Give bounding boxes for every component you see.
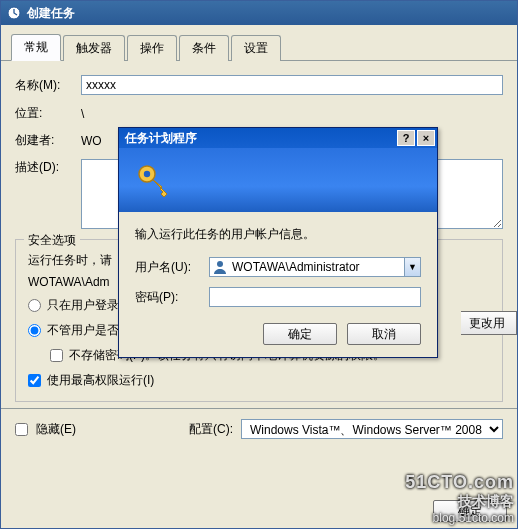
keys-icon xyxy=(133,160,173,200)
username-label: 用户名(U): xyxy=(135,259,209,276)
help-button[interactable]: ? xyxy=(397,130,415,146)
dialog-title-bar[interactable]: 任务计划程序 ? × xyxy=(119,128,437,148)
name-input[interactable] xyxy=(81,75,503,95)
desc-label: 描述(D): xyxy=(15,159,81,176)
radio-only-logged-on-label: 只在用户登录 xyxy=(47,297,119,314)
password-label: 密码(P): xyxy=(135,289,209,306)
username-value: WOTAWA\Administrator xyxy=(230,260,404,274)
account-text: WOTAWA\Adm xyxy=(28,275,110,289)
window-title: 创建任务 xyxy=(27,5,75,22)
name-label: 名称(M): xyxy=(15,77,81,94)
dialog-cancel-button[interactable]: 取消 xyxy=(347,323,421,345)
dialog-body: 输入运行此任务的用户帐户信息。 用户名(U): WOTAWA\Administr… xyxy=(119,212,437,357)
tab-actions[interactable]: 操作 xyxy=(127,35,177,61)
author-label: 创建者: xyxy=(15,132,81,149)
dialog-prompt: 输入运行此任务的用户帐户信息。 xyxy=(135,226,421,243)
tab-settings[interactable]: 设置 xyxy=(231,35,281,61)
location-value: \ xyxy=(81,107,503,121)
dialog-title: 任务计划程序 xyxy=(125,130,197,147)
run-highest-label: 使用最高权限运行(I) xyxy=(47,372,154,389)
tab-strip: 常规 触发器 操作 条件 设置 xyxy=(1,25,517,61)
dialog-ok-button[interactable]: 确定 xyxy=(263,323,337,345)
tab-general[interactable]: 常规 xyxy=(11,34,61,61)
location-label: 位置: xyxy=(15,105,81,122)
user-icon xyxy=(212,259,228,275)
security-legend: 安全选项 xyxy=(24,232,80,249)
chevron-down-icon[interactable]: ▼ xyxy=(404,258,420,276)
change-user-button[interactable]: 更改用 xyxy=(461,311,517,335)
main-ok-button[interactable]: 确定 xyxy=(433,500,507,522)
svg-point-3 xyxy=(217,261,223,267)
configure-label: 配置(C): xyxy=(189,421,233,438)
radio-whether-logged-on-label: 不管用户是否 xyxy=(47,322,119,339)
credentials-dialog: 任务计划程序 ? × 输入运行此任务的用户帐户信息。 用户名(U): WOTAW… xyxy=(118,127,438,358)
username-combo[interactable]: WOTAWA\Administrator ▼ xyxy=(209,257,421,277)
bottom-bar: 隐藏(E) 配置(C): Windows Vista™、Windows Serv… xyxy=(1,408,517,449)
tab-triggers[interactable]: 触发器 xyxy=(63,35,125,61)
radio-whether-logged-on[interactable] xyxy=(28,324,41,337)
checkbox-hidden[interactable] xyxy=(15,423,28,436)
checkbox-run-highest[interactable] xyxy=(28,374,41,387)
checkbox-dont-store-password[interactable] xyxy=(50,349,63,362)
dialog-banner xyxy=(119,148,437,212)
title-bar[interactable]: 创建任务 xyxy=(1,1,517,25)
configure-select[interactable]: Windows Vista™、Windows Server™ 2008 xyxy=(241,419,503,439)
close-button[interactable]: × xyxy=(417,130,435,146)
password-input[interactable] xyxy=(209,287,421,307)
app-icon xyxy=(7,6,21,20)
radio-only-logged-on[interactable] xyxy=(28,299,41,312)
run-as-text: 运行任务时，请 xyxy=(28,252,112,269)
tab-conditions[interactable]: 条件 xyxy=(179,35,229,61)
hidden-label: 隐藏(E) xyxy=(36,421,76,438)
svg-point-2 xyxy=(144,171,150,177)
